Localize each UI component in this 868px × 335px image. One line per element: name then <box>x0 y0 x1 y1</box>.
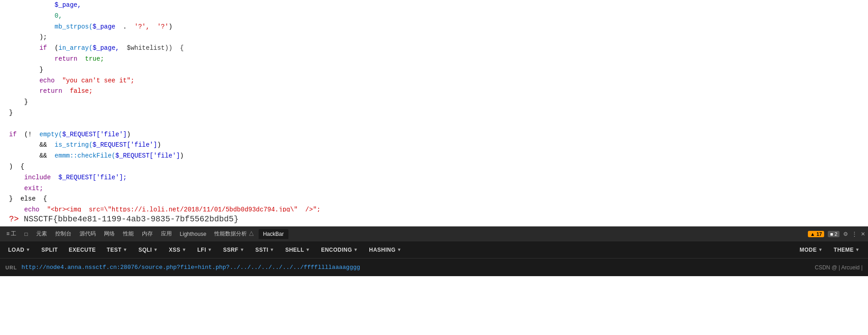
devtools-tab-hackbar[interactable]: HackBar <box>259 229 288 239</box>
code-line: return true; <box>9 54 859 65</box>
hackbar-ssti-btn[interactable]: SSTI ▼ <box>251 245 279 255</box>
hackbar-theme-btn[interactable]: THEME ▼ <box>829 245 864 255</box>
code-line: exit; <box>9 183 859 194</box>
devtools-tab-network[interactable]: 网络 <box>100 228 118 239</box>
url-bar: URL CSDN @ | Arcueid | <box>0 258 868 276</box>
code-line: ) { <box>9 162 859 172</box>
code-line: include $_REQUEST['file']; <box>9 172 859 183</box>
code-line <box>9 119 859 129</box>
hackbar-sqli-btn[interactable]: SQLI ▼ <box>134 245 162 255</box>
devtools-tab-console[interactable]: 控制台 <box>52 228 75 239</box>
hackbar-mode-btn[interactable]: MODE ▼ <box>795 245 827 255</box>
code-line: $_page, <box>9 0 859 11</box>
devtools-tabs: ≡ 工 □ 元素 控制台 源代码 网络 性能 内存 应用 Lighthouse … <box>0 226 868 241</box>
hackbar-xss-btn[interactable]: XSS ▼ <box>165 245 191 255</box>
hackbar-right: MODE ▼ THEME ▼ <box>795 245 864 255</box>
code-line: } <box>9 97 859 108</box>
devtools-tab-perf-data[interactable]: 性能数据分析 △ <box>211 228 257 239</box>
devtools-tab-lighthouse[interactable]: Lighthouse <box>176 229 210 239</box>
code-line: echo "<br><img src=\"https://i.loli.net/… <box>9 205 859 212</box>
hackbar-split-btn[interactable]: SPLIT <box>37 245 62 255</box>
code-line: echo "you can't see it"; <box>9 76 859 86</box>
flag-value: NSSCTF{bbbe4e81-1199-4ab3-9835-7bf5562bd… <box>19 215 239 224</box>
hackbar-lfi-btn[interactable]: LFI ▼ <box>193 245 217 255</box>
hackbar-shell-btn[interactable]: SHELL ▼ <box>281 245 315 255</box>
code-line: } <box>9 65 859 76</box>
code-line: } else { <box>9 194 859 205</box>
code-line: && is_string($_REQUEST['file']) <box>9 140 859 151</box>
code-line: } <box>9 108 859 119</box>
code-line: if (in_array($_page, $whitelist)) { <box>9 43 859 54</box>
code-line: mb_strpos($_page . '?', '?') <box>9 22 859 33</box>
hackbar-hashing-btn[interactable]: HASHING ▼ <box>364 245 406 255</box>
devtools-tab-performance[interactable]: 性能 <box>119 228 137 239</box>
devtools-tab-application[interactable]: 应用 <box>157 228 175 239</box>
hackbar-toolbar: LOAD ▼ SPLIT EXECUTE TEST ▼ SQLI ▼ XSS ▼… <box>0 241 868 258</box>
flag-prefix: ?> <box>9 215 19 224</box>
hackbar-ssrf-btn[interactable]: SSRF ▼ <box>218 245 249 255</box>
warning-badge: ▲ 17 <box>808 231 824 237</box>
devtools-tab-dock[interactable]: □ <box>21 229 31 239</box>
code-line: return false; <box>9 86 859 97</box>
code-line: if (! empty($_REQUEST['file']) <box>9 129 859 140</box>
devtools-tab-sources[interactable]: 源代码 <box>76 228 99 239</box>
hackbar-encoding-btn[interactable]: ENCODING ▼ <box>316 245 363 255</box>
url-input[interactable] <box>22 264 815 271</box>
devtools-right: ▲ 17 ■ 2 ⚙ ⋮ ✕ <box>808 231 865 237</box>
flag-line: ?> NSSCTF{bbbe4e81-1199-4ab3-9835-7bf556… <box>0 212 868 226</box>
code-line: ); <box>9 32 859 43</box>
info-badge: ■ 2 <box>828 231 840 237</box>
code-line: && emmm::checkFile($_REQUEST['file']) <box>9 151 859 162</box>
devtools-tab-memory[interactable]: 内存 <box>138 228 156 239</box>
devtools-close-icon[interactable]: ✕ <box>861 231 865 237</box>
devtools-tab-tools[interactable]: ≡ 工 <box>3 228 20 239</box>
devtools-more-icon[interactable]: ⋮ <box>852 231 857 237</box>
hackbar-load-btn[interactable]: LOAD ▼ <box>4 245 35 255</box>
code-line: 0, <box>9 11 859 22</box>
devtools-settings-icon[interactable]: ⚙ <box>843 231 848 237</box>
devtools-tab-elements[interactable]: 元素 <box>33 228 51 239</box>
url-label: URL <box>5 265 17 270</box>
hackbar-test-btn[interactable]: TEST ▼ <box>102 245 132 255</box>
code-area: $_page, 0, mb_strpos($_page . '?', '?') … <box>0 0 868 212</box>
hackbar-execute-btn[interactable]: EXECUTE <box>64 245 100 255</box>
url-right-text: CSDN @ | Arcueid | <box>815 264 863 271</box>
